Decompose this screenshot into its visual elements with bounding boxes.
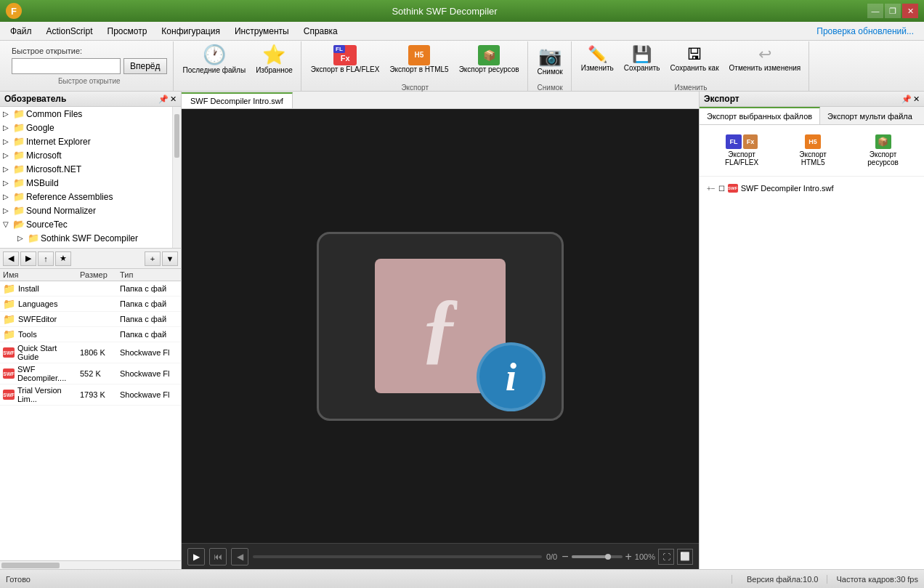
nav-up-button[interactable]: ↑ <box>38 251 54 266</box>
fullscreen-button[interactable]: ⬜ <box>677 549 693 565</box>
menu-item-actionscript[interactable]: ActionScript <box>39 23 100 39</box>
tree-label: Microsoft <box>26 150 62 161</box>
export-section-label: Экспорт <box>306 84 524 92</box>
close-button[interactable]: ✕ <box>902 4 918 18</box>
export-resources-button[interactable]: 📦 Экспорт ресурсов <box>454 41 524 84</box>
save-button[interactable]: 💾 Сохранить <box>619 41 665 84</box>
frame-counter: 0/0 <box>546 552 557 561</box>
play-button[interactable]: ▶ <box>187 548 205 565</box>
undo-button[interactable]: ↩ Отменить изменения <box>724 41 806 84</box>
nav-add-button[interactable]: + <box>145 251 161 266</box>
flash-f-letter: ƒ <box>421 286 461 366</box>
explorer-pin-button[interactable]: 📌 <box>158 94 169 104</box>
edit-label: Изменить <box>581 64 614 72</box>
file-row[interactable]: 📁 Install Папка с фай <box>0 281 181 297</box>
file-row[interactable]: 📁 Languages Папка с фай <box>0 297 181 312</box>
zoom-slider[interactable] <box>572 555 623 558</box>
export-resources-btn[interactable]: 📦 Экспорт ресурсов <box>848 131 918 170</box>
nav-forward-button[interactable]: ▶ <box>20 251 36 266</box>
tree-item[interactable]: ▷ 📁 Microsoft.NET <box>0 162 181 176</box>
export-panel-header: Экспорт 📌 ✕ <box>700 92 924 107</box>
nav-back-button[interactable]: ◀ <box>3 251 19 266</box>
check-updates-link[interactable]: Проверка обновлений... <box>809 23 921 39</box>
col-type: Тип <box>120 270 178 279</box>
step-back-button[interactable]: ◀ <box>231 548 248 565</box>
zoom-in-button[interactable]: + <box>625 550 632 563</box>
export-html5-btn-label: Экспорт HTML5 <box>789 150 837 166</box>
file-list-header: Имя Размер Тип <box>0 269 181 281</box>
menubar: Файл ActionScript Просмотр Конфигурация … <box>0 22 924 41</box>
fit-screen-button[interactable]: ⛶ <box>658 549 674 565</box>
toolbar: Быстрое открытие: Вперёд Быстрое открыти… <box>0 41 924 92</box>
nav-options-button[interactable]: ▼ <box>162 251 178 266</box>
export-close-button[interactable]: ✕ <box>913 94 920 104</box>
file-row[interactable]: SWF Trial Version Lim... 1793 K Shockwav… <box>0 384 181 406</box>
zoom-out-button[interactable]: − <box>562 550 568 563</box>
export-pin-button[interactable]: 📌 <box>901 94 912 104</box>
file-name: SWFEditor <box>18 315 80 323</box>
tab-export-multi[interactable]: Экспорт мульти файла <box>820 107 920 124</box>
toolbar-group-edit: ✏️ Изменить 💾 Сохранить 🖫 Сохранить как … <box>573 41 810 91</box>
preview-area: ƒ i <box>182 109 699 543</box>
html5-icon: H5 <box>408 45 430 65</box>
star-icon: ⭐ <box>262 44 285 66</box>
explorer-close-button[interactable]: ✕ <box>170 94 177 104</box>
menu-item-config[interactable]: Конфигурация <box>154 23 227 39</box>
left-panel-hscrollbar[interactable] <box>0 560 181 569</box>
tree-item[interactable]: ▷ 📁 Internet Explorer <box>0 134 181 148</box>
favorites-button[interactable]: ⭐ Избранное <box>251 40 298 82</box>
file-name: Languages <box>18 299 80 308</box>
recent-files-button[interactable]: 🕐 Последние файлы <box>178 40 251 82</box>
file-row[interactable]: SWF SWF Decompiler.... 552 K Shockwave F… <box>0 363 181 384</box>
swf-tab-bar: SWF Decompiler Intro.swf <box>182 92 699 109</box>
export-fla-button[interactable]: FL Fx Экспорт в FLA/FLEX <box>306 41 385 84</box>
minimize-button[interactable]: — <box>867 4 883 18</box>
file-row[interactable]: 📁 SWFEditor Папка с фай <box>0 312 181 327</box>
menu-item-view[interactable]: Просмотр <box>100 23 155 39</box>
file-row[interactable]: 📁 Tools Папка с фай <box>0 327 181 342</box>
tree-label: SourceTec <box>26 220 68 230</box>
menu-item-help[interactable]: Справка <box>296 23 345 39</box>
tree-label: Sothink SWF Decompiler <box>41 233 138 243</box>
tree-item[interactable]: ▷ 📁 Reference Assemblies <box>0 190 181 204</box>
tree-item-child[interactable]: ▷ 📁 Sothink SWF Decompiler <box>0 231 181 245</box>
nav-bookmark-button[interactable]: ★ <box>55 251 71 266</box>
tree-item[interactable]: ▷ 📁 Microsoft <box>0 148 181 162</box>
file-type: Shockwave Fl <box>120 348 178 357</box>
fla-icon: FL Fx <box>333 45 357 65</box>
export-html5-btn[interactable]: H5 Экспорт HTML5 <box>781 131 845 170</box>
tree-item[interactable]: ▷ 📁 MSBuild <box>0 176 181 190</box>
snapshot-label: Снимок <box>538 68 563 76</box>
export-fla-btn[interactable]: FL Fx Экспорт FLA/FLEX <box>705 131 778 170</box>
file-size: 1793 K <box>80 390 120 399</box>
tree-label: Reference Assemblies <box>26 192 113 202</box>
rewind-button[interactable]: ⏮ <box>209 548 227 565</box>
swf-tab[interactable]: SWF Decompiler Intro.swf <box>182 92 293 108</box>
export-tree-item[interactable]: +− ☐ SWF SWF Decompiler Intro.swf <box>705 182 918 194</box>
file-name: Quick Start Guide <box>17 344 80 361</box>
toolbar-group-snapshot: 📷 Снимок Снимок <box>530 41 572 91</box>
tab-export-selected[interactable]: Экспорт выбранных файлов <box>700 107 820 124</box>
file-type: Папка с фай <box>120 330 178 339</box>
playback-track[interactable] <box>253 555 542 558</box>
quick-open-input[interactable] <box>12 58 121 74</box>
edit-button[interactable]: ✏️ Изменить <box>576 41 619 84</box>
export-buttons-row: FL Fx Экспорт FLA/FLEX H5 Экспорт HTML5 … <box>700 125 924 177</box>
file-row[interactable]: SWF Quick Start Guide 1806 K Shockwave F… <box>0 342 181 363</box>
tree-item[interactable]: ▷ 📁 Sound Normalizer <box>0 204 181 217</box>
forward-button[interactable]: Вперёд <box>123 58 167 74</box>
maximize-button[interactable]: ❐ <box>885 4 901 18</box>
flash-preview-card: ƒ i <box>317 232 564 421</box>
menu-item-tools[interactable]: Инструменты <box>227 23 296 39</box>
snapshot-button[interactable]: 📷 Снимок <box>532 41 568 84</box>
tree-item[interactable]: ▷ 📁 Google <box>0 121 181 134</box>
tree-item[interactable]: ▷ 📁 Common Files <box>0 107 181 121</box>
export-html5-button[interactable]: H5 Экспорт в HTML5 <box>384 41 453 84</box>
clock-icon: 🕐 <box>203 44 226 66</box>
menu-item-file[interactable]: Файл <box>3 23 39 39</box>
zoom-level: 100% <box>635 552 655 561</box>
export-html5-label: Экспорт в HTML5 <box>389 65 448 74</box>
recent-files-label: Последние файлы <box>183 66 246 74</box>
save-as-button[interactable]: 🖫 Сохранить как <box>665 41 724 84</box>
tree-item[interactable]: ▽ 📂 SourceTec <box>0 217 181 231</box>
